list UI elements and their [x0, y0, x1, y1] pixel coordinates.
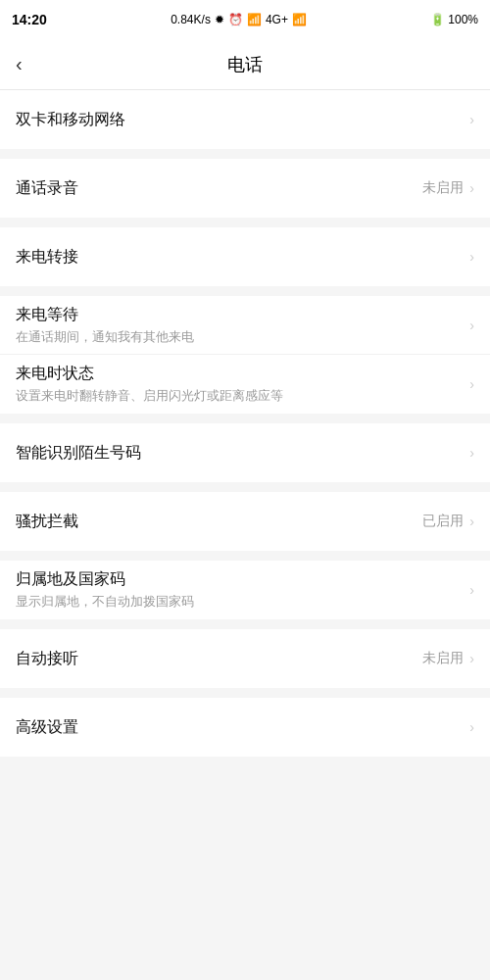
chevron-right-icon: ›	[469, 514, 474, 529]
menu-item-value-call-recording: 未启用	[422, 179, 464, 197]
status-time: 14:20	[12, 12, 47, 27]
status-right: 🔋 100%	[430, 13, 478, 26]
menu-item-dual-sim[interactable]: 双卡和移动网络›	[0, 90, 490, 149]
chevron-right-icon: ›	[469, 445, 474, 461]
battery-icon: 🔋	[430, 13, 445, 26]
menu-item-call-waiting[interactable]: 来电等待在通话期间，通知我有其他来电›	[0, 296, 490, 355]
chevron-right-icon: ›	[469, 249, 474, 265]
menu-item-subtitle-incoming-status: 设置来电时翻转静音、启用闪光灯或距离感应等	[16, 387, 469, 405]
chevron-right-icon: ›	[469, 719, 474, 735]
chevron-right-icon: ›	[469, 582, 474, 598]
menu-group-group4: 来电等待在通话期间，通知我有其他来电›来电时状态设置来电时翻转静音、启用闪光灯或…	[0, 296, 490, 414]
menu-group-group9: 高级设置›	[0, 698, 490, 757]
title-bar: ‹ 电话	[0, 39, 490, 90]
main-content: 双卡和移动网络›通话录音未启用›来电转接›来电等待在通话期间，通知我有其他来电›…	[0, 90, 490, 757]
signal-icon: 📶	[247, 13, 262, 26]
chevron-right-icon: ›	[469, 112, 474, 127]
signal-icon2: 📶	[292, 13, 307, 26]
menu-group-group2: 通话录音未启用›	[0, 159, 490, 218]
back-button[interactable]: ‹	[16, 53, 23, 75]
menu-item-value-harassment-block: 已启用	[422, 513, 464, 530]
menu-item-harassment-block[interactable]: 骚扰拦截已启用›	[0, 492, 490, 551]
chevron-right-icon: ›	[469, 180, 474, 196]
chevron-right-icon: ›	[469, 651, 474, 666]
menu-item-title-advanced-settings: 高级设置	[16, 717, 469, 738]
menu-item-title-dual-sim: 双卡和移动网络	[16, 110, 469, 130]
menu-item-title-call-forwarding: 来电转接	[16, 247, 469, 268]
menu-group-group1: 双卡和移动网络›	[0, 90, 490, 149]
page-title: 电话	[227, 53, 263, 76]
menu-item-call-recording[interactable]: 通话录音未启用›	[0, 159, 490, 218]
network-speed: 0.84K/s	[171, 13, 211, 26]
chevron-right-icon: ›	[469, 318, 474, 333]
menu-group-group6: 骚扰拦截已启用›	[0, 492, 490, 551]
menu-item-title-location-country: 归属地及国家码	[16, 569, 469, 590]
menu-group-group3: 来电转接›	[0, 227, 490, 286]
menu-item-title-call-recording: 通话录音	[16, 178, 422, 199]
menu-item-auto-answer[interactable]: 自动接听未启用›	[0, 629, 490, 688]
status-center: 0.84K/s ✹ ⏰ 📶 4G+ 📶	[171, 13, 307, 26]
menu-item-subtitle-location-country: 显示归属地，不自动加拨国家码	[16, 593, 469, 611]
menu-group-group5: 智能识别陌生号码›	[0, 423, 490, 482]
menu-item-title-incoming-status: 来电时状态	[16, 364, 469, 384]
menu-item-value-auto-answer: 未启用	[422, 650, 464, 667]
menu-item-title-call-waiting: 来电等待	[16, 305, 469, 325]
status-bar: 14:20 0.84K/s ✹ ⏰ 📶 4G+ 📶 🔋 100%	[0, 0, 490, 39]
menu-item-incoming-status[interactable]: 来电时状态设置来电时翻转静音、启用闪光灯或距离感应等›	[0, 355, 490, 414]
menu-item-subtitle-call-waiting: 在通话期间，通知我有其他来电	[16, 328, 469, 346]
menu-item-smart-identify[interactable]: 智能识别陌生号码›	[0, 423, 490, 482]
chevron-right-icon: ›	[469, 376, 474, 392]
bluetooth-icon: ✹	[215, 13, 224, 26]
menu-item-title-auto-answer: 自动接听	[16, 649, 422, 669]
menu-group-group8: 自动接听未启用›	[0, 629, 490, 688]
network-type: 4G+	[266, 13, 288, 26]
menu-item-call-forwarding[interactable]: 来电转接›	[0, 227, 490, 286]
battery-percent: 100%	[448, 13, 478, 26]
menu-item-title-harassment-block: 骚扰拦截	[16, 512, 422, 532]
menu-group-group7: 归属地及国家码显示归属地，不自动加拨国家码›	[0, 561, 490, 619]
menu-item-advanced-settings[interactable]: 高级设置›	[0, 698, 490, 757]
alarm-icon: ⏰	[228, 13, 243, 26]
menu-item-title-smart-identify: 智能识别陌生号码	[16, 443, 469, 464]
menu-item-location-country[interactable]: 归属地及国家码显示归属地，不自动加拨国家码›	[0, 561, 490, 619]
